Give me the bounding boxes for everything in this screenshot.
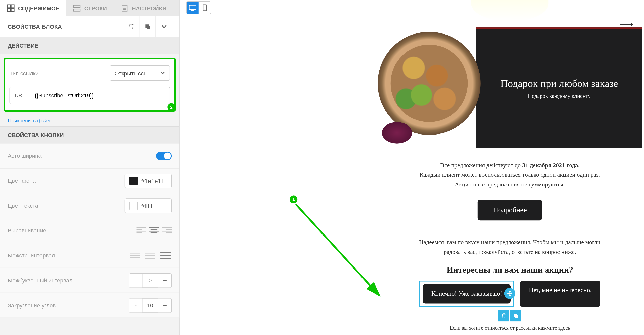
svg-rect-11 [147,26,150,29]
svg-rect-2 [7,9,10,12]
answer-buttons-row: Конечно! Уже заказываю! Нет, мне не инте… [378,281,642,307]
border-radius-stepper[interactable]: - 10 + [129,298,172,313]
align-right-button[interactable] [162,227,172,234]
hero-bowl-image [378,27,480,148]
text-color-picker[interactable]: #ffffff [125,198,172,213]
border-radius-label: Закругление углов [8,302,56,309]
duplicate-block-button[interactable] [139,16,155,37]
hope-text: Надеемся, вам по вкусу наши предложения.… [378,238,642,257]
text-color-swatch [129,201,138,210]
svg-point-24 [204,10,205,10]
arrow-right-icon: ⟶ [620,19,633,30]
mini-duplicate-button[interactable] [510,310,521,321]
letter-spacing-stepper[interactable]: - 0 + [129,273,172,288]
delete-block-button[interactable] [123,16,139,37]
svg-rect-0 [7,5,10,8]
link-type-select[interactable]: Открыть ссы… [110,65,170,81]
svg-rect-5 [73,9,80,11]
letter-spacing-label: Межбуквенный интервал [8,277,73,284]
bg-color-swatch [129,176,138,185]
move-handle[interactable] [504,288,515,299]
svg-rect-3 [11,9,14,12]
text-color-label: Цвет текста [8,203,38,209]
block-props-title: СВОЙСТВА БЛОКА [8,23,62,30]
unsubscribe-link[interactable]: здесь [558,325,570,331]
attach-file-link[interactable]: Прикрепить файл [0,115,179,126]
border-radius-value: 10 [142,298,158,312]
align-left-button[interactable] [137,227,146,234]
url-input[interactable] [30,87,170,104]
action-section-title: ДЕЙСТВИЕ [0,37,179,54]
editor-tabs: СОДЕРЖИМОЕ СТРОКИ НАСТРОЙКИ [0,0,179,16]
block-props-header: СВОЙСТВА БЛОКА [0,16,179,37]
survey-question: Интересны ли вам наши акции? [378,265,642,275]
no-button[interactable]: Нет, мне не интересно. [520,281,600,307]
hero-banner: ⟶ Подарок при любом заказе Подарок каждо… [476,27,642,148]
hero-subtitle: Подарок каждому клиенту [528,93,591,99]
letter-spacing-decrease[interactable]: - [129,274,142,287]
line-height-label: Межстр. интервал [8,252,55,259]
action-highlight-box: Тип ссылки Открыть ссы… URL 2 [4,58,176,112]
svg-rect-26 [515,315,518,318]
desktop-view-button[interactable] [187,2,199,14]
selected-block-outline: Конечно! Уже заказываю! [419,281,514,307]
rows-icon [73,4,81,12]
tab-settings-label: НАСТРОЙКИ [132,5,167,12]
details-button[interactable]: Подробнее [477,200,542,221]
terms-text: Все предложения действуют до 31 декабря … [378,161,642,190]
tab-content-label: СОДЕРЖИМОЕ [18,5,59,12]
annotation-badge-2: 2 [167,103,175,111]
link-type-value: Открыть ссы… [115,70,153,76]
line-height-normal-button[interactable] [144,252,156,259]
svg-rect-4 [73,5,80,7]
align-center-button[interactable] [149,227,159,234]
text-color-value: #ffffff [141,202,154,209]
line-height-loose-button[interactable] [160,252,172,259]
align-label: Выравнивание [8,227,46,234]
border-radius-decrease[interactable]: - [129,298,142,312]
link-type-label: Тип ссылки [10,70,39,76]
block-mini-toolbar [378,310,642,321]
bg-color-picker[interactable]: #1e1e1f [125,173,172,188]
bg-color-value: #1e1e1f [141,177,163,184]
annotation-badge-1: 1 [290,195,298,203]
yes-button[interactable]: Конечно! Уже заказываю! [423,284,511,304]
email-preview: ⟶ Подарок при любом заказе Подарок каждо… [378,0,642,331]
unsubscribe-text: Если вы хотите отписаться от рассылки на… [378,325,642,331]
tab-content[interactable]: СОДЕРЖИМОЕ [0,0,66,16]
settings-icon [120,4,128,12]
mini-delete-button[interactable] [498,310,509,321]
tab-rows[interactable]: СТРОКИ [66,0,114,16]
auto-width-toggle[interactable] [156,151,172,160]
bg-color-label: Цвет фона [8,178,36,184]
tab-rows-label: СТРОКИ [84,5,107,12]
tab-settings[interactable]: НАСТРОЙКИ [114,0,173,16]
border-radius-increase[interactable]: + [158,298,171,312]
svg-rect-1 [11,5,14,8]
svg-line-27 [296,204,379,295]
content-icon [7,4,15,12]
svg-rect-21 [189,5,196,9]
letter-spacing-increase[interactable]: + [158,274,171,287]
annotation-arrow [294,202,388,301]
viewport-toggle [186,1,211,14]
button-props-title: СВОЙСТВА КНОПКИ [0,126,179,144]
auto-width-label: Авто ширина [8,153,42,159]
top-dish-image [471,0,548,21]
letter-spacing-value: 0 [142,274,158,287]
left-sidebar: СОДЕРЖИМОЕ СТРОКИ НАСТРОЙКИ СВОЙСТВА БЛО… [0,0,180,335]
hero-title: Подарок при любом заказе [500,78,618,89]
url-prefix-label: URL [10,87,30,104]
collapse-block-button[interactable] [155,16,172,37]
chevron-down-icon [160,70,165,76]
url-input-row: URL [10,87,170,104]
line-height-tight-button[interactable] [129,252,141,259]
mobile-view-button[interactable] [199,2,211,14]
